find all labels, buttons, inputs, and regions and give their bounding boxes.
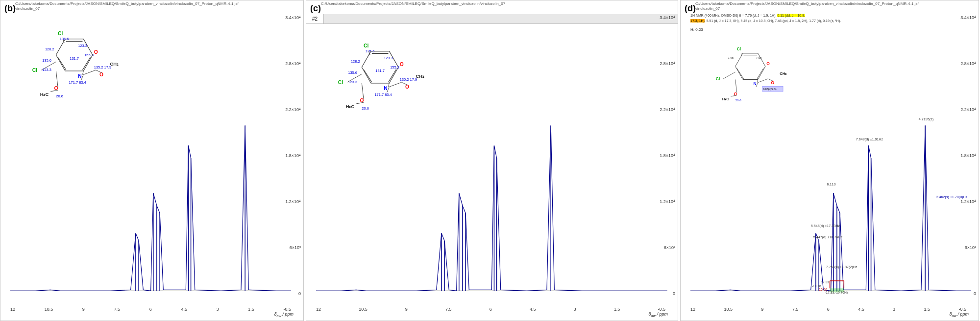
x-axis-label-c: δaw / ppm: [648, 312, 668, 318]
svg-line-41: [389, 82, 401, 87]
panel-c: (c) C:/Users/takekoma/Documents/Projects…: [306, 0, 678, 321]
spectrum-svg-c: [316, 93, 667, 303]
ring-label-5: 131.7: [70, 56, 79, 61]
atom-n: N: [78, 73, 81, 79]
y-label-1: 3.4×10⁴: [285, 15, 301, 20]
y-axis-c: 3.4×10⁴ 2.8×10⁴ 2.2×10⁴ 1.8×10⁴ 1.2×10⁴ …: [660, 15, 675, 296]
svg-text:123.3: 123.3: [348, 80, 357, 84]
svg-text:135.6: 135.6: [348, 70, 357, 75]
svg-line-8: [96, 70, 102, 73]
atom-ch2: CH₂: [110, 62, 118, 67]
svg-text:128.2: 128.2: [351, 59, 360, 64]
peak-annotation-4: 5.546(d) ±17.33Hz: [811, 224, 840, 228]
svg-line-75: [758, 79, 768, 83]
svg-line-79: [735, 80, 737, 93]
spectrum-svg-b: [10, 93, 291, 303]
svg-line-40: [388, 83, 389, 87]
svg-text:123.3: 123.3: [384, 56, 393, 60]
peak-annotation-1: 7.648(d) ±1.91Hz: [856, 138, 883, 141]
svg-line-42: [402, 82, 408, 85]
svg-text:7.65: 7.65: [728, 56, 734, 59]
ppm-2: 135.2 17.9: [94, 65, 111, 69]
svg-line-63: [737, 69, 744, 79]
svg-line-62: [757, 69, 763, 79]
tab-active[interactable]: #2: [306, 14, 324, 23]
panel-b-compound: vinclozolin_07: [15, 6, 40, 11]
panel-d-filepath: C:/Users/takekoma/Documents/Projects/JAS…: [695, 1, 919, 6]
svg-text:Cl: Cl: [716, 76, 720, 81]
tab-bar-c: #2: [306, 14, 678, 24]
nmr-annotation: 1H NMR (400 MHz, DMSO-D6) δ = 7.76 (d, J…: [690, 13, 969, 23]
highlight-1: 6.11 (dd, J = 10.8,: [777, 14, 805, 17]
peak-annotation-7: 2.462(s) ±1.78(0)Hz: [936, 195, 968, 199]
peak-annotation-3: 7.758(d) ±1.87(2)Hz: [826, 265, 857, 269]
panel-b-label: (b): [4, 3, 16, 14]
svg-line-24: [364, 69, 372, 82]
x-axis-label-d: δaw / ppm: [949, 312, 969, 318]
svg-text:131.7: 131.7: [375, 69, 385, 73]
ring-label-3: 123.3: [78, 44, 87, 48]
panel-d: (d) C:/Users/takekoma/Documents/Projects…: [680, 0, 979, 321]
spectrum-svg-d: 7.648(d) ±1.91Hz 6.110 7.758(d) ±1.87(2)…: [690, 93, 971, 303]
svg-text:N: N: [753, 81, 756, 86]
svg-text:O: O: [400, 62, 404, 67]
svg-line-23: [388, 69, 396, 82]
peak-annotation-5: 5.447(d) ±10.76Hz: [813, 235, 843, 239]
x-axis-b: 12 10.5 9 7.5 6 4.5 3 1.5 -0.5: [10, 307, 291, 312]
ring-label-1: 135.6: [60, 37, 69, 41]
peak-annotation-2: 6.110: [827, 183, 835, 186]
highlight-2: 17.3, 1H): [690, 19, 705, 23]
hz-label-2: -10.76: [812, 284, 821, 288]
svg-text:N: N: [384, 86, 387, 91]
tab-label: #2: [312, 16, 318, 22]
hz-label-1: 17.33: [821, 280, 829, 284]
panel-c-filepath: C:/Users/takekoma/Documents/Projects/JAS…: [321, 1, 505, 6]
panel-c-label: (c): [310, 3, 321, 14]
atom-cl-top: Cl: [58, 31, 63, 36]
peak-annotation-6: 4.7195(s): [919, 117, 933, 121]
svg-line-74: [757, 80, 758, 83]
svg-text:Cl: Cl: [338, 80, 343, 85]
atom-o-1: O: [94, 49, 98, 55]
svg-text:7.65: 7.65: [756, 56, 762, 59]
ring-label-4: 135.6: [42, 58, 51, 63]
svg-line-10: [56, 71, 58, 87]
panel-d-compound: vinclozolin_07: [695, 6, 720, 11]
svg-line-2: [82, 57, 90, 70]
ring-label-6: 155.3: [84, 53, 94, 57]
svg-text:6.86(d)5.54: 6.86(d)5.54: [763, 88, 776, 91]
panel-b: (b) C:/Users/takekoma/Documents/Projects…: [0, 0, 304, 321]
ring-label-2: 128.2: [45, 47, 54, 51]
svg-line-67: [723, 72, 735, 79]
svg-line-6: [82, 71, 83, 74]
svg-text:135.2 17.9: 135.2 17.9: [400, 77, 417, 82]
svg-text:Cl: Cl: [364, 43, 368, 48]
panel-b-filepath: C:/Users/takekoma/Documents/Projects/JAS…: [15, 1, 239, 6]
atom-cl-left: Cl: [32, 68, 37, 73]
svg-line-3: [58, 57, 66, 70]
svg-text:135.6: 135.6: [366, 49, 375, 53]
x-axis-label-b: δaw / ppm: [274, 312, 294, 318]
x-axis-c: 12 10.5 9 7.5 6 4.5 3 1.5 -0.5: [316, 307, 665, 312]
svg-text:O: O: [766, 61, 770, 66]
ring-label-7: 123.3: [42, 68, 51, 72]
y-label-7: 0: [298, 291, 301, 296]
y-label-2: 2.8×10⁴: [285, 61, 301, 66]
hz-label-4: -17.33;-10.76Hz: [825, 291, 848, 294]
svg-text:CH₂: CH₂: [780, 71, 787, 76]
panel-d-label: (d): [685, 3, 696, 14]
svg-text:155.3: 155.3: [390, 65, 399, 69]
svg-line-7: [83, 70, 96, 74]
ppm-1: 171.7 83.4: [69, 80, 86, 85]
x-axis-d: 12 10.5 9 7.5 6 4.5 3 1.5 -0.5: [690, 307, 966, 312]
svg-text:CH₂: CH₂: [416, 74, 424, 79]
svg-text:Cl: Cl: [737, 46, 741, 51]
